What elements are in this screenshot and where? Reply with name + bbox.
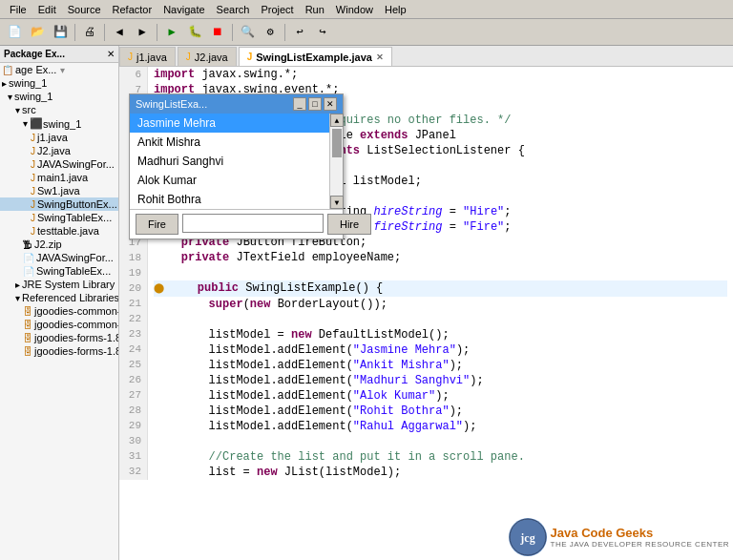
java-file-icon-sw1: J [31,186,35,197]
tab-close-icon[interactable]: ✕ [376,52,384,62]
menu-refactor[interactable]: Refactor [107,2,158,17]
toolbar-undo-btn[interactable]: ↩ [289,22,310,43]
tree-item-main1[interactable]: J main1.java [0,171,118,184]
ln-22: 22 [125,311,141,326]
dropdown-item-alok[interactable]: Alok Kumar [130,171,343,190]
tree-item-jgoodies4[interactable]: 🗄 jgoodies-forms-1.8.0... [0,344,118,358]
tree-item-testtable[interactable]: J testtable.java [0,224,118,238]
tree-item-reflibs[interactable]: ▾ Referenced Libraries [0,291,118,304]
tab-swinglist[interactable]: J SwingListExample.java ✕ [239,47,392,66]
file-icon-javasw2: 📄 [23,253,34,263]
menu-project[interactable]: Project [255,2,299,17]
fire-button[interactable]: Fire [136,214,178,235]
tree-item-swing1[interactable]: ▾ swing_1 [0,90,118,103]
jar-icon-2: 🗄 [23,320,32,330]
menu-file[interactable]: File [4,2,32,17]
ln-21: 21 [125,296,141,311]
tree-item-jgoodies1[interactable]: 🗄 jgoodies-common-1... [0,304,118,318]
popup-maximize-btn[interactable]: □ [308,97,322,111]
tree-label-jgoodies2: jgoodies-common-1... [34,319,118,330]
toolbar-new-btn[interactable]: 📄 [4,22,25,43]
tab-j1[interactable]: J j1.java [119,47,176,66]
tree-item-jgoodies2[interactable]: 🗄 jgoodies-common-1... [0,318,118,331]
toolbar-open-btn[interactable]: 📂 [27,22,48,43]
j2-file-icon: J [186,52,191,62]
toolbar-sep-5 [284,24,285,41]
toolbar-settings-btn[interactable]: ⚙ [260,22,281,43]
tree-label-swingtable2: SwingTableEx... [36,265,111,277]
hire-input[interactable] [182,214,324,233]
scroll-up-arrow[interactable]: ▲ [330,114,344,127]
tree-item-j1[interactable]: J j1.java [0,131,118,144]
tree-item-swingtable[interactable]: J SwingTableEx... [0,211,118,224]
tree-item-javasw2[interactable]: 📄 JAVASwingFor... [0,251,118,264]
tree-item-j2zip[interactable]: 🗜 J2.zip [0,238,118,251]
toolbar-run-btn[interactable]: ▶ [161,22,182,43]
code-line-22 [154,312,727,327]
tree-item-j2[interactable]: J J2.java [0,144,118,157]
tree-item-swingbtn[interactable]: J SwingButtonEx... [0,197,118,211]
popup-minimize-btn[interactable]: _ [293,97,306,111]
tree-label-src: src [22,104,36,115]
tree-item-swing1-top[interactable]: ▸ swing_1 [0,76,118,90]
code-line-26: listModel.addElement("Madhuri Sanghvi"); [154,373,727,388]
sidebar-close-icon[interactable]: ✕ [107,49,115,59]
menu-edit[interactable]: Edit [32,2,62,17]
toolbar-print-btn[interactable]: 🖨 [79,22,100,43]
jcg-logo-circle: jcg [509,518,547,556]
tree-item-age-ex[interactable]: 📋 age Ex... ▾ [0,63,118,76]
logo-main-text: Java Code Geeks [551,526,729,540]
tree-item-jre[interactable]: ▸ JRE System Library [J... [0,278,118,291]
scroll-thumb[interactable] [332,129,342,157]
menu-run[interactable]: Run [300,2,330,17]
ln-26: 26 [125,372,141,387]
dropdown-scrollbar[interactable]: ▲ ▼ [329,114,343,209]
toolbar-fwd-btn[interactable]: ▶ [132,22,153,43]
toolbar-back-btn[interactable]: ◀ [109,22,130,43]
menu-source[interactable]: Source [62,2,107,17]
dropdown-list: Jasmine Mehra Ankit Mishra Madhuri Sangh… [130,114,343,210]
menu-help[interactable]: Help [379,2,412,17]
popup-close-btn[interactable]: ✕ [324,97,337,111]
file-icon-swingtable2: 📄 [23,266,34,277]
tab-j2[interactable]: J J2.java [178,47,237,66]
dropdown-item-rohit[interactable]: Rohit Bothra [130,190,343,209]
swing-list-popup: SwingListExa... _ □ ✕ Jasmine Mehra Anki… [129,93,344,239]
tree-item-sw1[interactable]: J Sw1.java [0,184,118,197]
tree-item-javasw[interactable]: J JAVASwingFor... [0,157,118,171]
tree-label-javasw: JAVASwingFor... [37,158,115,170]
popup-title-buttons: _ □ ✕ [293,97,337,111]
toolbar-stop-btn[interactable]: ⏹ [207,22,228,43]
code-line-19 [154,265,727,280]
java-file-icon-main1: J [31,173,35,183]
toolbar-redo-btn[interactable]: ↪ [312,22,333,43]
menu-window[interactable]: Window [330,2,379,17]
menu-search[interactable]: Search [211,2,256,17]
logo-area: jcg Java Code Geeks THE JAVA DEVELOPER R… [509,518,729,556]
tree-item-swingtable2[interactable]: 📄 SwingTableEx... [0,264,118,278]
code-line-31: //Create the list and put it in a scroll… [154,449,727,465]
tree-item-jgoodies3[interactable]: 🗄 jgoodies-forms-1.8.0... [0,331,118,344]
ln-27: 27 [125,387,141,403]
dropdown-item-ankit[interactable]: Ankit Mishra [130,133,343,152]
logo-text-area: Java Code Geeks THE JAVA DEVELOPER RESOU… [551,526,729,549]
hire-button[interactable]: Hire [327,214,371,235]
tree-item-src[interactable]: ▾ src [0,103,118,116]
toolbar-save-btn[interactable]: 💾 [50,22,71,43]
ln-24: 24 [125,342,141,357]
toolbar-sep-4 [232,24,233,41]
dropdown-item-jasmine[interactable]: Jasmine Mehra [130,114,343,133]
scroll-down-arrow[interactable]: ▼ [330,196,344,209]
ln-18: 18 [125,250,141,265]
toolbar-search-btn[interactable]: 🔍 [237,22,258,43]
code-line-18: private JTextField employeeName; [154,250,727,265]
tab-j2-label: J2.java [195,52,228,63]
sidebar-tree: 📋 age Ex... ▾ ▸ swing_1 ▾ swing_1 ▾ src … [0,63,118,560]
editor-content[interactable]: SwingListExa... _ □ ✕ Jasmine Mehra Anki… [119,67,733,560]
dropdown-item-madhuri[interactable]: Madhuri Sanghvi [130,152,343,171]
tree-item-package[interactable]: ▾ ⬛ swing_1 [0,116,118,131]
menu-navigate[interactable]: Navigate [157,2,210,17]
toolbar-debug-btn[interactable]: 🐛 [184,22,205,43]
logo-sub-text: THE JAVA DEVELOPER RESOURCE CENTER [551,540,729,549]
code-line-28: listModel.addElement("Rohit Bothra"); [154,404,727,419]
